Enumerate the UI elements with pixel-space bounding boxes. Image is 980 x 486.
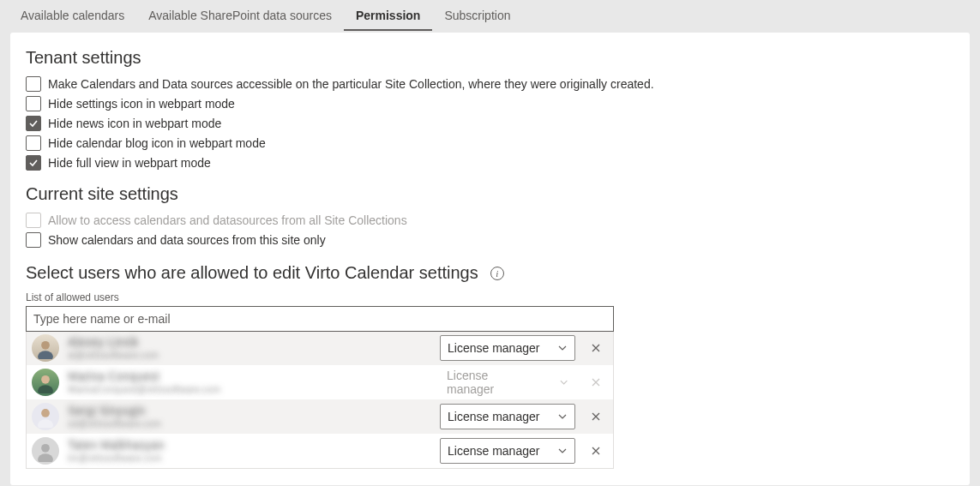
svg-point-7 <box>38 453 53 462</box>
chevron-down-icon <box>557 343 568 353</box>
user-name: Sergi Sinyugin <box>68 405 431 417</box>
remove-user-button[interactable] <box>584 336 608 360</box>
role-dropdown[interactable]: License manager <box>440 438 575 464</box>
remove-user-button[interactable] <box>584 405 608 429</box>
role-dropdown-disabled: License manager <box>440 369 575 395</box>
close-icon <box>591 446 601 456</box>
remove-user-button-disabled <box>584 370 608 394</box>
tenant-setting-row: Hide full view in webpart mode <box>26 155 954 171</box>
user-search-input[interactable] <box>26 306 614 332</box>
tenant-setting-row: Hide calendar blog icon in webpart mode <box>26 135 954 151</box>
site-setting-row: Show calendars and data sources from thi… <box>26 232 954 248</box>
checkbox-sitecollection[interactable] <box>26 76 41 92</box>
user-info: Taten Malkhasyan tm@virtosoftware.com <box>68 439 431 462</box>
tab-available-calendars[interactable]: Available calendars <box>9 2 136 31</box>
checkbox-hide-full-view[interactable] <box>26 155 41 171</box>
svg-point-4 <box>41 409 50 417</box>
checkbox-this-site-only[interactable] <box>26 232 41 248</box>
role-value: License manager <box>448 444 539 458</box>
avatar <box>32 403 59 430</box>
select-users-heading-text: Select users who are allowed to edit Vir… <box>26 263 478 283</box>
checkbox-label: Hide settings icon in webpart mode <box>48 97 235 111</box>
check-icon <box>28 158 39 168</box>
user-row: Sergi Sinyugin sd@virtosoftware.com Lice… <box>27 399 613 434</box>
tenant-setting-row: Hide settings icon in webpart mode <box>26 96 954 111</box>
svg-point-3 <box>38 385 53 393</box>
tab-subscription[interactable]: Subscription <box>432 2 522 31</box>
user-row: Marina Conquest MarinaConquest@virtosoft… <box>27 365 613 399</box>
user-row: Taten Malkhasyan tm@virtosoftware.com Li… <box>27 434 613 468</box>
chevron-down-icon <box>557 411 568 422</box>
user-name: Marina Conquest <box>68 370 431 383</box>
list-of-users-label: List of allowed users <box>26 291 954 303</box>
user-email: al@virtosoftware.com <box>68 350 431 360</box>
role-value: License manager <box>447 369 533 396</box>
svg-point-1 <box>38 351 53 359</box>
chevron-down-icon <box>559 377 568 387</box>
checkbox-allow-all-sitecollections <box>26 213 41 228</box>
info-icon[interactable]: i <box>490 267 504 280</box>
tenant-setting-row: Make Calendars and Data sources accessib… <box>26 76 954 92</box>
svg-point-6 <box>41 444 50 453</box>
avatar <box>32 334 59 362</box>
avatar <box>32 369 59 396</box>
role-dropdown[interactable]: License manager <box>440 404 575 429</box>
close-icon <box>591 377 601 387</box>
user-email: MarinaConquest@virtosoftware.com <box>68 384 431 394</box>
checkbox-label: Make Calendars and Data sources accessib… <box>48 77 654 91</box>
user-email: sd@virtosoftware.com <box>68 418 431 429</box>
checkbox-label: Allow to access calendars and datasource… <box>48 213 407 227</box>
checkbox-label: Show calendars and data sources from thi… <box>48 233 326 247</box>
checkbox-label: Hide calendar blog icon in webpart mode <box>48 136 266 150</box>
user-name: Taten Malkhasyan <box>68 439 431 452</box>
user-email: tm@virtosoftware.com <box>68 453 431 463</box>
check-icon <box>28 118 39 129</box>
tab-available-sharepoint[interactable]: Available SharePoint data sources <box>136 2 344 31</box>
close-icon <box>591 343 601 353</box>
select-users-heading: Select users who are allowed to edit Vir… <box>26 263 954 283</box>
site-setting-row: Allow to access calendars and datasource… <box>26 213 954 228</box>
user-name: Alexey Linnik <box>68 336 431 349</box>
checkbox-label: Hide news icon in webpart mode <box>48 117 221 130</box>
svg-point-2 <box>41 375 50 384</box>
role-value: License manager <box>448 410 539 423</box>
tab-bar: Available calendars Available SharePoint… <box>0 0 980 33</box>
tenant-settings-heading: Tenant settings <box>26 48 954 68</box>
remove-user-button[interactable] <box>584 439 608 463</box>
user-info: Sergi Sinyugin sd@virtosoftware.com <box>68 405 431 428</box>
user-info: Alexey Linnik al@virtosoftware.com <box>68 336 431 359</box>
checkbox-hide-news-icon[interactable] <box>26 116 41 131</box>
user-info: Marina Conquest MarinaConquest@virtosoft… <box>68 370 431 393</box>
checkbox-hide-blog-icon[interactable] <box>26 135 41 151</box>
role-dropdown[interactable]: License manager <box>440 335 575 361</box>
avatar <box>32 437 59 465</box>
role-value: License manager <box>448 341 539 355</box>
user-row: Alexey Linnik al@virtosoftware.com Licen… <box>27 331 613 365</box>
tenant-setting-row: Hide news icon in webpart mode <box>26 116 954 131</box>
chevron-down-icon <box>557 446 568 456</box>
svg-point-5 <box>38 419 53 428</box>
allowed-users-list: Alexey Linnik al@virtosoftware.com Licen… <box>26 331 614 469</box>
checkbox-hide-settings-icon[interactable] <box>26 96 41 111</box>
permission-panel: Tenant settings Make Calendars and Data … <box>10 33 970 485</box>
checkbox-label: Hide full view in webpart mode <box>48 156 211 170</box>
svg-point-0 <box>41 341 50 350</box>
site-settings-heading: Current site settings <box>26 184 954 204</box>
tab-permission[interactable]: Permission <box>344 2 432 31</box>
close-icon <box>591 411 601 422</box>
